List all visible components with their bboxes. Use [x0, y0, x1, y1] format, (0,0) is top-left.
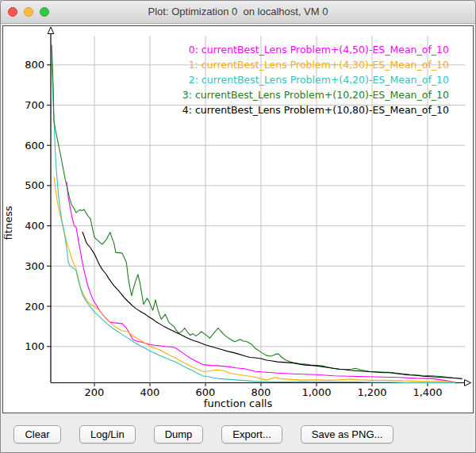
zoom-button[interactable] [40, 7, 49, 17]
loglin-button[interactable]: Log/Lin [79, 425, 136, 443]
save-png-button[interactable]: Save as PNG... [301, 425, 394, 443]
window-title: Plot: Optimization 0 on localhost, VM 0 [1, 1, 475, 23]
y-tick-label: 300 [25, 260, 44, 272]
window-controls [8, 7, 49, 17]
export-button[interactable]: Export... [221, 425, 282, 443]
y-axis-arrow-icon [48, 27, 54, 34]
x-tick-label: 400 [140, 386, 160, 398]
y-tick-label: 100 [25, 340, 44, 352]
legend-entry-1: 1: currentBest_Lens Problem+(4,30)-ES_Me… [189, 59, 449, 71]
x-axis-arrow-icon [465, 380, 471, 386]
y-tick-label: 200 [25, 301, 44, 313]
series-line-4 [83, 232, 463, 378]
legend-entry-2: 2: currentBest_Lens Problem+(4,20)-ES_Me… [189, 74, 449, 86]
x-axis-title: function calls [204, 397, 273, 409]
close-button[interactable] [8, 7, 17, 17]
x-tick-label: 1,000 [301, 386, 331, 398]
series-line-1 [54, 177, 455, 382]
series-line-2 [52, 53, 455, 383]
dump-button[interactable]: Dump [154, 425, 204, 443]
titlebar[interactable]: Plot: Optimization 0 on localhost, VM 0 [1, 1, 475, 24]
x-tick-label: 800 [251, 386, 271, 398]
plot-window: Plot: Optimization 0 on localhost, VM 0 … [0, 0, 476, 453]
x-tick-label: 1,400 [413, 386, 442, 398]
y-tick-label: 500 [25, 179, 44, 191]
y-tick-label: 800 [25, 59, 44, 71]
y-axis-title: fitness [3, 205, 14, 240]
legend-entry-0: 0: currentBest_Lens Problem+(4,50)-ES_Me… [189, 44, 449, 56]
legend-entry-4: 4: currentBest_Lens Problem+(10,80)-ES_M… [182, 104, 449, 116]
y-tick-label: 400 [25, 220, 44, 232]
legend-entry-3: 3: currentBest_Lens Problem+(10,20)-ES_M… [182, 89, 449, 101]
x-tick-label: 600 [196, 386, 216, 398]
minimize-button[interactable] [24, 7, 33, 17]
plot-canvas[interactable]: 2004006008001,0001,2001,4001002003004005… [3, 26, 473, 413]
x-tick-label: 1,200 [357, 386, 386, 398]
clear-button[interactable]: Clear [13, 425, 61, 443]
plot-panel: 2004006008001,0001,2001,4001002003004005… [2, 25, 474, 413]
x-tick-label: 200 [85, 386, 105, 398]
y-tick-label: 600 [25, 140, 44, 152]
y-tick-label: 700 [25, 99, 44, 111]
button-row: Clear Log/Lin Dump Export... Save as PNG… [13, 425, 393, 443]
